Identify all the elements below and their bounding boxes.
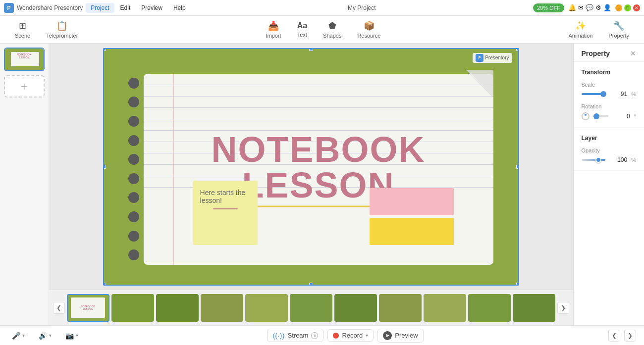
sticky-note-yellow: Here starts the lesson!	[193, 181, 258, 245]
toolbar-right: ✨ Animation 🔧 Property	[562, 17, 637, 42]
preview-button[interactable]: Preview	[377, 329, 423, 343]
opacity-track[interactable]	[582, 159, 606, 161]
filmstrip-thumb-5[interactable]	[245, 294, 288, 322]
rotation-label: Rotation	[582, 103, 636, 109]
toolbar-scene[interactable]: ⊞ Scene	[8, 17, 37, 42]
handle-top-right[interactable]	[516, 48, 519, 51]
rotation-thumb[interactable]	[593, 113, 599, 119]
preview-play-icon	[383, 331, 392, 340]
property-label: Property	[608, 33, 629, 39]
toolbar-resource[interactable]: 📦 Resource	[350, 17, 387, 42]
text-label: Text	[297, 32, 307, 38]
sticky-note-pink	[370, 188, 454, 215]
status-center: ((·)) Stream ℹ Record ▾ Preview	[267, 329, 423, 343]
panel-close-button[interactable]: ✕	[630, 49, 636, 57]
scale-thumb[interactable]	[600, 91, 606, 97]
scene-label: Scene	[15, 33, 30, 39]
spiral-hole	[128, 192, 139, 203]
filmstrip-next[interactable]: ❯	[557, 302, 569, 314]
layer-section: Layer Opacity %	[574, 128, 644, 171]
handle-bot-left[interactable]	[103, 283, 106, 286]
camera-button[interactable]: 📷 ▾	[61, 330, 82, 342]
opacity-unit: %	[631, 157, 636, 163]
toolbar-teleprompter[interactable]: 📋 Teleprompter	[39, 17, 85, 42]
settings-icon[interactable]: ⚙	[595, 4, 601, 11]
rotation-row: °	[582, 112, 636, 120]
chat-icon[interactable]: 💬	[586, 4, 593, 11]
notifications-icon[interactable]: 🔔	[568, 4, 576, 11]
spiral-hole	[128, 231, 139, 242]
spiral-hole	[128, 97, 139, 107]
toolbar-property[interactable]: 🔧 Property	[601, 17, 636, 42]
record-button[interactable]: Record ▾	[327, 329, 374, 342]
scale-value[interactable]	[609, 91, 627, 98]
stream-info-icon[interactable]: ℹ	[311, 332, 318, 339]
mic-button[interactable]: 🎤 ▾	[8, 330, 29, 342]
project-title: My Project	[348, 4, 376, 11]
toolbar-animation[interactable]: ✨ Animation	[562, 17, 600, 42]
speaker-button[interactable]: 🔊 ▾	[35, 330, 55, 342]
filmstrip-prev[interactable]: ❮	[53, 302, 65, 314]
rotation-dial[interactable]	[582, 112, 590, 120]
filmstrip-thumb-4[interactable]	[201, 294, 243, 322]
toolbar-shapes[interactable]: ⬟ Shapes	[316, 17, 348, 42]
opacity-value[interactable]	[609, 156, 627, 163]
scene-icon: ⊞	[19, 20, 26, 31]
account-icon[interactable]: 👤	[603, 4, 611, 11]
canvas-wrapper[interactable]: NOTEBOOK LESSON Here starts the lesson!	[49, 44, 573, 290]
add-icon: +	[21, 80, 28, 94]
property-icon: 🔧	[613, 20, 624, 31]
handle-top-mid[interactable]	[309, 48, 313, 51]
toolbar-center: 📥 Import Aa Text ⬟ Shapes 📦 Resource	[259, 17, 387, 42]
nav-prev-button[interactable]: ❮	[608, 330, 620, 342]
sticky-text: Here starts the lesson!	[200, 189, 246, 204]
spiral-hole	[128, 154, 139, 165]
teleprompter-icon: 📋	[56, 20, 67, 31]
handle-bot-mid[interactable]	[309, 283, 313, 286]
camera-chevron: ▾	[76, 333, 78, 338]
filmstrip-thumb-2[interactable]	[111, 294, 154, 322]
filmstrip-thumb-7[interactable]	[334, 294, 377, 322]
slide-thumb-1[interactable]: 1 NOTEBOOKLESSON	[4, 48, 45, 71]
filmstrip-thumb-8[interactable]	[379, 294, 422, 322]
toolbar-left: ⊞ Scene 📋 Teleprompter	[8, 17, 85, 42]
toolbar-text[interactable]: Aa Text	[290, 18, 314, 41]
nav-next-button[interactable]: ❯	[624, 330, 636, 342]
main-canvas[interactable]: NOTEBOOK LESSON Here starts the lesson!	[103, 48, 519, 286]
add-slide-button[interactable]: +	[4, 75, 45, 98]
stream-button[interactable]: ((·)) Stream ℹ	[267, 329, 323, 342]
watermark: P Presentory	[473, 53, 512, 63]
maximize-button[interactable]: □	[624, 4, 631, 11]
filmstrip-thumb-11[interactable]	[513, 294, 555, 322]
menu-project[interactable]: Project	[86, 3, 114, 13]
filmstrip-thumb-6[interactable]	[290, 294, 332, 322]
status-left: 🎤 ▾ 🔊 ▾ 📷 ▾	[8, 330, 82, 342]
handle-mid-right[interactable]	[516, 165, 519, 169]
close-button[interactable]: ✕	[633, 4, 640, 11]
menu-edit[interactable]: Edit	[115, 3, 136, 13]
minimize-button[interactable]: −	[615, 4, 622, 11]
menu-preview[interactable]: Preview	[136, 3, 167, 13]
filmstrip-thumb-10[interactable]	[468, 294, 511, 322]
handle-top-left[interactable]	[103, 48, 106, 51]
handle-mid-left[interactable]	[103, 165, 106, 169]
shapes-icon: ⬟	[328, 20, 336, 31]
filmstrip-thumb-1[interactable]: NOTEBOOKLESSON	[67, 294, 109, 322]
stream-label: Stream	[288, 332, 309, 339]
transform-title: Transform	[582, 69, 636, 76]
messages-icon[interactable]: ✉	[578, 4, 584, 11]
rotation-track[interactable]	[593, 115, 608, 117]
sticky-note-yellow2	[370, 218, 454, 245]
scale-track[interactable]	[582, 93, 606, 95]
toolbar-import[interactable]: 📥 Import	[259, 17, 288, 42]
menu-help[interactable]: Help	[168, 3, 191, 13]
rotation-indicator	[585, 114, 587, 116]
shapes-label: Shapes	[323, 33, 341, 39]
opacity-thumb[interactable]	[595, 157, 601, 163]
handle-bot-right[interactable]	[516, 283, 519, 286]
speaker-chevron: ▾	[49, 333, 52, 338]
spiral-hole	[128, 135, 139, 146]
filmstrip-thumb-3[interactable]	[156, 294, 199, 322]
filmstrip-thumb-9[interactable]	[424, 294, 466, 322]
rotation-value[interactable]	[612, 113, 630, 120]
